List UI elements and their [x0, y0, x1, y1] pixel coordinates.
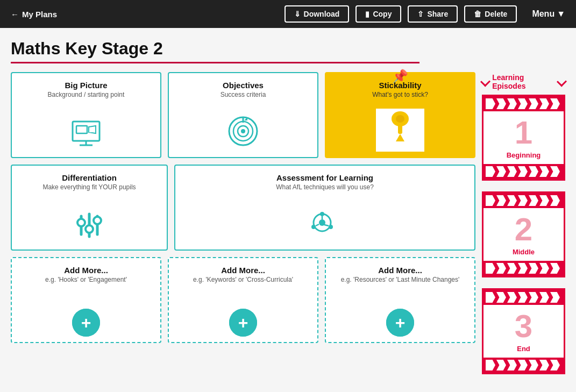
episode-card-2[interactable]: 2 Middle — [482, 191, 565, 277]
add-more-3-subtitle: e.g. 'Resources' or 'Last Minute Changes… — [341, 276, 460, 283]
episode-1-label: Beginning — [507, 151, 541, 159]
back-link-label: My Plans — [22, 10, 57, 19]
stickability-icon-area — [376, 109, 424, 152]
content-area: Big Picture Background / starting point — [11, 72, 565, 374]
objectives-card[interactable]: Objectives Success criteria — [168, 72, 318, 158]
svg-point-17 — [86, 225, 93, 233]
svg-rect-3 — [76, 126, 87, 133]
objectives-subtitle: Success criteria — [221, 91, 266, 98]
big-picture-subtitle: Background / starting point — [48, 91, 125, 98]
episode-2-label: Middle — [513, 248, 535, 256]
arrow-down-left-icon — [480, 76, 490, 87]
add-more-2-subtitle: e.g. 'Keywords' or 'Cross-Curricula' — [193, 276, 293, 283]
episode-1-chevrons-bottom — [483, 164, 564, 179]
arrow-down-right-icon — [557, 76, 567, 87]
add-more-1-title: Add More... — [64, 266, 108, 275]
target-icon — [227, 115, 259, 152]
episode-3-chevrons-top — [483, 290, 564, 305]
add-icon-3: + — [386, 309, 414, 337]
svg-line-24 — [324, 225, 329, 226]
copy-icon: ▮ — [365, 10, 369, 18]
main-content: Maths Key Stage 2 Big Picture Background… — [0, 28, 576, 380]
episodes-header: Learning Episodes — [482, 72, 565, 90]
episode-3-number: 3 — [515, 310, 532, 343]
svg-point-25 — [311, 225, 316, 229]
differentiation-subtitle: Make everything fit YOUR pupils — [42, 183, 136, 191]
chevron-down-icon: ▼ — [557, 9, 565, 19]
add-more-3-title: Add More... — [378, 266, 422, 275]
svg-point-18 — [94, 217, 101, 224]
objectives-title: Objectives — [223, 81, 264, 90]
episodes-header-label: Learning Episodes — [492, 73, 555, 90]
episode-3-label: End — [517, 345, 530, 353]
share-icon: ⇧ — [417, 10, 424, 18]
svg-point-7 — [241, 129, 245, 133]
cards-area: Big Picture Background / starting point — [11, 72, 475, 374]
header: ← My Plans ⇓ Download ▮ Copy ⇧ Share 🗑 D… — [0, 0, 576, 28]
add-more-card-1[interactable]: Add More... e.g. 'Hooks' or 'Engagement'… — [11, 257, 161, 343]
download-icon: ⇓ — [294, 10, 301, 18]
svg-line-26 — [316, 224, 319, 226]
episode-card-1[interactable]: 1 Beginning — [482, 95, 565, 181]
episode-2-chevrons-top — [483, 193, 564, 208]
stickability-subtitle: What's got to stick? — [372, 91, 428, 98]
delete-button[interactable]: 🗑 Delete — [464, 5, 517, 23]
episode-1-number: 1 — [515, 117, 532, 149]
copy-button[interactable]: ▮ Copy — [355, 5, 401, 23]
add-icon-2: + — [229, 309, 257, 337]
add-more-card-2[interactable]: Add More... e.g. 'Keywords' or 'Cross-Cu… — [168, 257, 318, 343]
svg-point-21 — [320, 212, 324, 216]
differentiation-card[interactable]: Differentiation Make everything fit YOUR… — [11, 165, 168, 251]
episode-card-3[interactable]: 3 End — [482, 288, 565, 374]
presentation-icon — [70, 120, 102, 152]
share-button[interactable]: ⇧ Share — [408, 5, 458, 23]
card-row-2: Differentiation Make everything fit YOUR… — [11, 165, 475, 251]
add-more-2-title: Add More... — [221, 266, 265, 275]
assessment-title: Assessment for Learning — [276, 173, 373, 182]
delete-icon: 🗑 — [474, 10, 481, 18]
menu-button[interactable]: Menu ▼ — [532, 9, 565, 19]
card-row-3: Add More... e.g. 'Hooks' or 'Engagement'… — [11, 257, 475, 343]
add-more-1-subtitle: e.g. 'Hooks' or 'Engagement' — [45, 276, 127, 283]
assessment-card[interactable]: Assessment for Learning What AfL techniq… — [174, 165, 475, 251]
big-picture-title: Big Picture — [65, 81, 107, 90]
card-row-1: Big Picture Background / starting point — [11, 72, 475, 158]
assessment-subtitle: What AfL techniques will you use? — [276, 183, 374, 191]
back-link[interactable]: ← My Plans — [11, 10, 57, 19]
episode-1-chevrons-top — [483, 96, 564, 111]
episode-3-chevrons-bottom — [483, 358, 564, 373]
pushpin-top-icon: 📌 — [392, 69, 408, 84]
stickability-card[interactable]: 📌 Stickability What's got to stick? — [325, 72, 475, 158]
page-title: Maths Key Stage 2 — [11, 39, 565, 59]
add-more-card-3[interactable]: Add More... e.g. 'Resources' or 'Last Mi… — [325, 257, 475, 343]
svg-point-16 — [77, 219, 85, 226]
sliders-icon — [70, 211, 108, 244]
differentiation-title: Differentiation — [62, 173, 117, 182]
svg-point-22 — [329, 225, 333, 229]
download-button[interactable]: ⇓ Download — [285, 5, 350, 23]
svg-marker-12 — [396, 134, 404, 141]
back-arrow-icon: ← — [11, 10, 19, 19]
title-underline — [11, 62, 419, 63]
episode-2-chevrons-bottom — [483, 261, 564, 276]
episode-2-number: 2 — [515, 213, 532, 246]
svg-point-11 — [396, 115, 404, 123]
add-icon-1: + — [72, 309, 100, 337]
afl-icon — [306, 208, 344, 244]
episodes-area: Learning Episodes 1 Beginning — [482, 72, 565, 374]
big-picture-card[interactable]: Big Picture Background / starting point — [11, 72, 161, 158]
